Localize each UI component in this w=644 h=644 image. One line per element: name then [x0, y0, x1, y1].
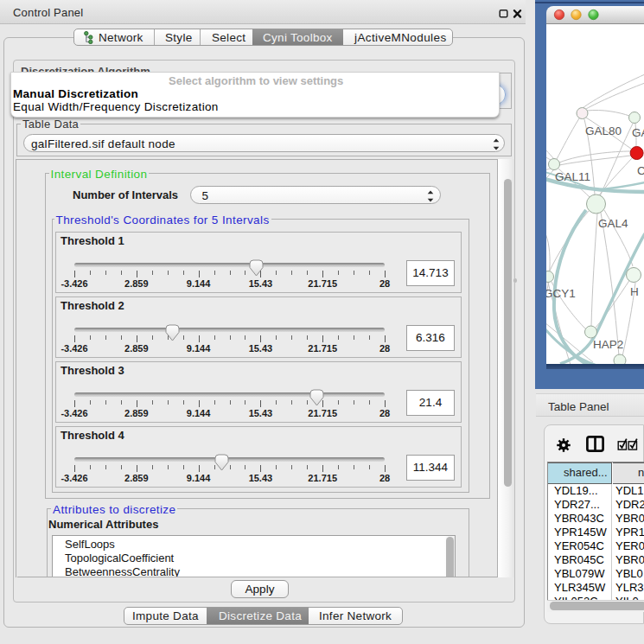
- svg-text:GCY1: GCY1: [546, 287, 576, 300]
- svg-text:GAL4: GAL4: [598, 217, 628, 230]
- svg-text:GA: GA: [632, 126, 644, 139]
- svg-text:GAL80: GAL80: [585, 124, 622, 137]
- svg-text:GAL11: GAL11: [555, 170, 590, 183]
- svg-text:C: C: [637, 164, 644, 177]
- svg-text:H: H: [630, 285, 639, 298]
- svg-text:HAP2: HAP2: [593, 338, 623, 351]
